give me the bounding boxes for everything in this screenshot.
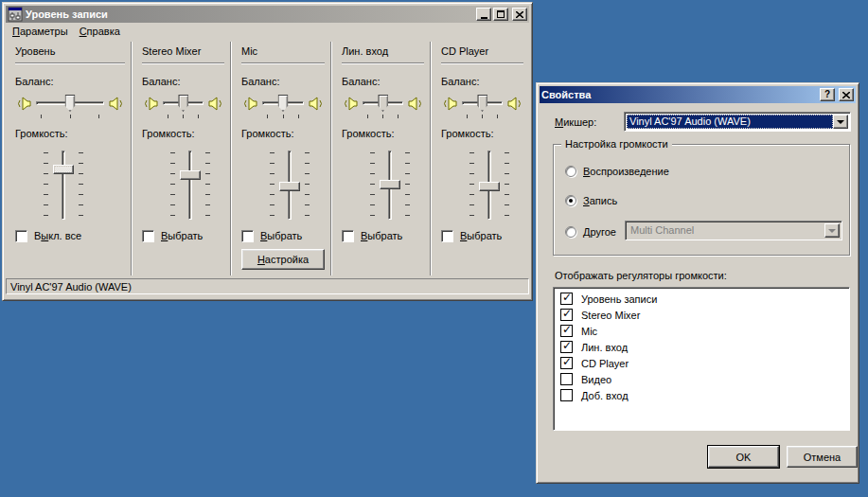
channel-columns: Уровень Баланс: xyxy=(6,40,529,277)
dropdown-button xyxy=(824,223,840,238)
item-checkbox[interactable] xyxy=(560,293,573,305)
radio-label: Воспроизведение xyxy=(583,166,669,177)
other-combobox-value: Multi Channel xyxy=(628,223,824,238)
volume-thumb[interactable] xyxy=(53,165,74,174)
volume-slider[interactable] xyxy=(42,149,85,222)
radio-playback[interactable]: Воспроизведение xyxy=(565,166,669,177)
balance-slider[interactable] xyxy=(262,94,304,113)
checkbox-box[interactable] xyxy=(441,230,453,242)
close-button[interactable] xyxy=(512,8,527,21)
channel-cd-player: CD Player Баланс: xyxy=(432,40,529,277)
speaker-left-icon xyxy=(142,97,158,111)
checkbox-box[interactable] xyxy=(241,230,254,242)
checkbox-box[interactable] xyxy=(142,230,154,242)
balance-label: Баланс: xyxy=(342,76,424,87)
volume-track[interactable] xyxy=(188,151,192,220)
volume-ticks-left xyxy=(469,152,474,217)
volume-slider[interactable] xyxy=(168,149,212,222)
volume-controls-list[interactable]: Уровень записи Stereo Mixer Mic Лин. вхо… xyxy=(553,287,850,431)
item-checkbox[interactable] xyxy=(560,389,573,401)
speaker-right-icon xyxy=(208,97,224,111)
divider xyxy=(342,62,424,64)
volume-ticks-left xyxy=(170,152,175,217)
maximize-button[interactable] xyxy=(493,8,508,21)
chevron-down-icon xyxy=(837,120,844,128)
volume-slider[interactable] xyxy=(268,149,311,222)
help-button[interactable]: ? xyxy=(820,88,835,101)
volume-ticks-left xyxy=(270,152,275,217)
mute-all-checkbox[interactable]: Выкл. все xyxy=(15,228,125,243)
status-bar: Vinyl AC'97 Audio (WAVE) xyxy=(6,278,529,294)
window-title: Уровень записи xyxy=(26,9,473,20)
volume-ticks-left xyxy=(44,152,48,217)
list-item-mic[interactable]: Mic xyxy=(554,323,849,339)
settings-button[interactable]: Настройка xyxy=(241,249,325,270)
list-item-video[interactable]: Видео xyxy=(554,371,849,387)
balance-thumb[interactable] xyxy=(178,95,188,112)
radio-circle[interactable] xyxy=(565,226,576,238)
select-checkbox[interactable]: Выбрать xyxy=(241,228,325,243)
volume-thumb[interactable] xyxy=(380,180,400,189)
volume-slider[interactable] xyxy=(368,149,412,222)
item-checkbox[interactable] xyxy=(560,357,573,369)
select-checkbox[interactable]: Выбрать xyxy=(342,228,424,243)
dropdown-button[interactable] xyxy=(833,115,848,129)
radio-label: Другое xyxy=(583,226,616,238)
volume-thumb[interactable] xyxy=(180,170,201,180)
balance-slider[interactable] xyxy=(163,94,204,113)
group-title: Настройка громкости xyxy=(561,138,672,150)
balance-thumb[interactable] xyxy=(278,95,289,112)
item-label: Stereo Mixer xyxy=(581,310,640,321)
volume-ticks-right xyxy=(505,152,509,217)
list-item-cd-player[interactable]: CD Player xyxy=(554,355,849,371)
balance-slider[interactable] xyxy=(36,94,104,113)
list-item-line-in[interactable]: Лин. вход xyxy=(554,339,849,355)
checkbox-label: Выбрать xyxy=(361,230,402,241)
balance-thumb[interactable] xyxy=(65,95,76,112)
channel-line-in: Лин. вход Баланс: xyxy=(332,40,430,277)
volume-thumb[interactable] xyxy=(479,182,500,191)
volume-slider[interactable] xyxy=(468,149,511,222)
list-item-recording-level[interactable]: Уровень записи xyxy=(554,291,849,307)
radio-circle[interactable] xyxy=(565,195,576,206)
radio-other[interactable]: Другое xyxy=(565,226,616,238)
titlebar[interactable]: Свойства ? xyxy=(540,86,856,103)
volume-thumb[interactable] xyxy=(279,182,300,191)
volume-label: Громкость: xyxy=(15,128,125,139)
volume-track[interactable] xyxy=(62,151,65,220)
channel-title: Уровень xyxy=(15,45,125,59)
item-checkbox[interactable] xyxy=(560,309,573,321)
ok-button[interactable]: OK xyxy=(708,446,779,468)
radio-recording[interactable]: Запись xyxy=(565,195,617,206)
recording-level-window: Уровень записи Параметры Справка Уровень… xyxy=(2,2,533,301)
item-checkbox[interactable] xyxy=(560,325,573,337)
close-button[interactable] xyxy=(839,88,854,101)
list-item-aux-in[interactable]: Доб. вход xyxy=(554,387,849,403)
balance-slider[interactable] xyxy=(363,94,403,113)
balance-thumb[interactable] xyxy=(477,95,487,112)
item-checkbox[interactable] xyxy=(560,373,573,385)
other-combobox: Multi Channel xyxy=(625,221,842,240)
volume-ticks-right xyxy=(405,152,410,217)
item-checkbox[interactable] xyxy=(560,341,573,353)
balance-slider[interactable] xyxy=(462,94,503,113)
titlebar[interactable]: Уровень записи xyxy=(6,6,529,23)
balance-label: Баланс: xyxy=(142,76,224,87)
minimize-button[interactable] xyxy=(476,8,491,21)
divider xyxy=(142,62,224,64)
balance-ticks xyxy=(467,115,498,118)
checkbox-box[interactable] xyxy=(15,230,27,242)
volume-label: Громкость: xyxy=(342,128,424,139)
select-checkbox[interactable]: Выбрать xyxy=(441,228,523,243)
radio-circle[interactable] xyxy=(565,166,576,177)
divider xyxy=(241,62,325,64)
balance-thumb[interactable] xyxy=(378,95,388,112)
select-checkbox[interactable]: Выбрать xyxy=(142,228,224,243)
mixer-combobox[interactable]: Vinyl AC'97 Audio (WAVE) xyxy=(624,112,851,132)
speaker-left-icon xyxy=(441,97,457,111)
checkbox-box[interactable] xyxy=(342,230,354,242)
menu-parameters[interactable]: Параметры xyxy=(7,24,74,39)
menu-help[interactable]: Справка xyxy=(74,24,126,39)
cancel-button[interactable]: Отмена xyxy=(787,446,858,468)
list-item-stereo-mixer[interactable]: Stereo Mixer xyxy=(554,307,849,323)
